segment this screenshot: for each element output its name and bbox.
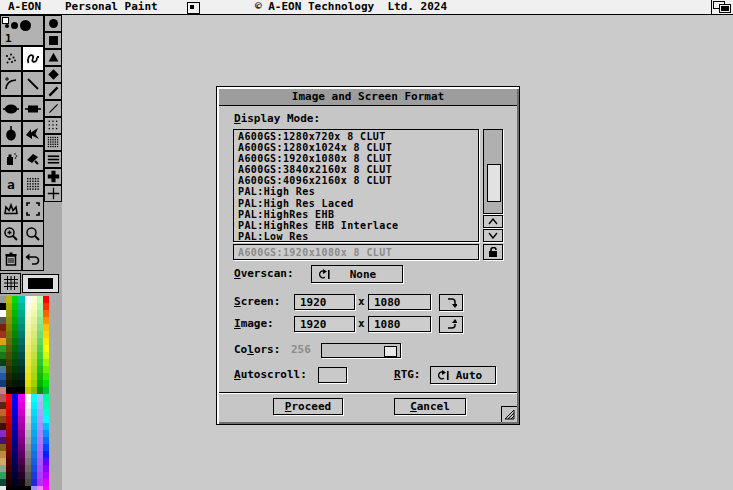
palette-swatch[interactable]	[43, 486, 49, 490]
palette-swatch[interactable]	[43, 366, 49, 373]
circle-tool[interactable]	[44, 15, 62, 32]
undo-icon	[25, 251, 41, 267]
palette-swatch[interactable]	[43, 409, 49, 416]
screen-label: Screen:	[234, 294, 280, 310]
palette-swatch[interactable]	[43, 458, 49, 465]
proceed-button[interactable]: Proceed	[273, 398, 343, 415]
square-tool[interactable]	[44, 32, 62, 49]
pattern-grid-icon[interactable]	[0, 273, 21, 294]
palette-swatch[interactable]	[43, 430, 49, 437]
palette-swatch[interactable]	[43, 310, 49, 317]
palette-swatch[interactable]	[43, 444, 49, 451]
mode-list-item[interactable]: PAL:High Res	[238, 186, 478, 197]
resize-icon[interactable]	[501, 406, 517, 422]
text-tool[interactable]: a	[0, 171, 22, 196]
rect-fill-tool[interactable]	[22, 96, 44, 121]
palette-swatch[interactable]	[43, 359, 49, 366]
screen-depth-icon[interactable]	[713, 1, 731, 13]
colors-slider[interactable]	[321, 343, 401, 358]
palette-swatch[interactable]	[43, 338, 49, 345]
cancel-button[interactable]: Cancel	[394, 398, 466, 415]
freehand-tool[interactable]	[22, 46, 44, 71]
palette-swatch[interactable]	[43, 387, 49, 394]
image-height-field[interactable]: 1080	[368, 316, 431, 332]
mode-list-item[interactable]: PAL:Low Res	[238, 231, 478, 242]
brush-crown-tool[interactable]	[0, 196, 22, 221]
palette-swatch[interactable]	[43, 303, 49, 310]
palette-swatch[interactable]	[43, 451, 49, 458]
airbrush-tool[interactable]	[0, 46, 22, 71]
hlines-tool[interactable]	[44, 151, 62, 168]
magnify-tool[interactable]	[22, 221, 44, 246]
plus-thin-tool[interactable]	[44, 185, 62, 202]
trash-tool[interactable]	[0, 246, 22, 271]
mode-name-field[interactable]: A600GS:1920x1080x 8 CLUT	[233, 244, 479, 260]
palette-swatch[interactable]	[43, 331, 49, 338]
oval-fill-icon	[3, 126, 19, 142]
colors-slider-thumb[interactable]	[384, 346, 397, 357]
diamond-icon	[47, 68, 60, 81]
lock-icon[interactable]	[483, 244, 503, 260]
select-rect-tool[interactable]	[22, 196, 44, 221]
palette-swatch[interactable]	[43, 380, 49, 387]
overscan-cycle[interactable]: None	[311, 265, 403, 283]
spray-tool[interactable]	[0, 146, 22, 171]
copy-down-icon[interactable]	[439, 294, 463, 311]
palette-swatch[interactable]	[43, 465, 49, 472]
palette-swatch[interactable]	[43, 317, 49, 324]
polygon-fill-tool[interactable]	[22, 121, 44, 146]
curve-tool[interactable]	[0, 71, 22, 96]
dots-sparse-tool[interactable]	[44, 117, 62, 134]
line-tool[interactable]	[22, 71, 44, 96]
palette-swatch[interactable]	[43, 479, 49, 486]
zoom-in-icon	[3, 226, 19, 242]
menu-aeon[interactable]: A-EON	[8, 0, 41, 14]
mode-list-item[interactable]: A600GS:1280x1024x 8 CLUT	[238, 142, 478, 153]
mode-list-item[interactable]: A600GS:1280x720x 8 CLUT	[238, 131, 478, 142]
cross-thick-tool[interactable]	[44, 168, 62, 185]
mode-list-item[interactable]: A600GS:1920x1080x 8 CLUT	[238, 153, 478, 164]
brush-size-selector[interactable]: 1	[0, 15, 44, 46]
mode-list-item[interactable]: PAL:High Res Laced	[238, 198, 478, 209]
diag-thin-tool[interactable]	[44, 100, 62, 117]
palette-swatch[interactable]	[43, 324, 49, 331]
palette-swatch[interactable]	[43, 472, 49, 479]
fill-tool[interactable]	[22, 146, 44, 171]
oval-fill-tool[interactable]	[0, 121, 22, 146]
palette-swatch[interactable]	[43, 394, 49, 401]
mode-list-item[interactable]: A600GS:4096x2160x 8 CLUT	[238, 175, 478, 186]
display-mode-list[interactable]: A600GS:1280x720x 8 CLUTA600GS:1280x1024x…	[233, 129, 479, 242]
screen-height-field[interactable]: 1080	[368, 294, 431, 310]
palette-swatch[interactable]	[43, 296, 49, 303]
screen-width-field[interactable]: 1920	[294, 294, 355, 310]
gradient-tool[interactable]	[22, 171, 44, 196]
mode-list-item[interactable]: PAL:HighRes EHB	[238, 209, 478, 220]
palette-swatch[interactable]	[43, 402, 49, 409]
dots-dense-tool[interactable]	[44, 134, 62, 151]
diamond-tool[interactable]	[44, 66, 62, 83]
mode-list-item[interactable]: A600GS:3840x2160x 8 CLUT	[238, 164, 478, 175]
rtg-cycle[interactable]: Auto	[430, 366, 496, 384]
dialog-title[interactable]: Image and Screen Format	[219, 89, 517, 106]
autoscroll-checkbox[interactable]	[318, 367, 347, 383]
ellipse-fill-tool[interactable]	[0, 96, 22, 121]
diag-thick-tool[interactable]	[44, 83, 62, 100]
palette-swatch[interactable]	[43, 345, 49, 352]
mode-list-item[interactable]: PAL:HighRes EHB Interlace	[238, 220, 478, 231]
scrollbar-track[interactable]	[483, 129, 503, 214]
triangle-tool[interactable]	[44, 49, 62, 66]
palette-swatch[interactable]	[43, 352, 49, 359]
palette-swatch[interactable]	[43, 437, 49, 444]
current-color-indicator[interactable]	[22, 274, 59, 293]
palette-swatch[interactable]	[43, 423, 49, 430]
palette-swatch[interactable]	[43, 373, 49, 380]
scroll-down-icon[interactable]	[483, 229, 503, 242]
copy-up-icon[interactable]	[439, 316, 463, 333]
scroll-up-icon[interactable]	[483, 215, 503, 228]
scrollbar-thumb[interactable]	[487, 164, 501, 202]
image-width-field[interactable]: 1920	[294, 316, 355, 332]
undo-tool[interactable]	[22, 246, 44, 271]
zoom-in-tool[interactable]	[0, 221, 22, 246]
hlines-icon	[47, 153, 60, 166]
palette-swatch[interactable]	[43, 416, 49, 423]
